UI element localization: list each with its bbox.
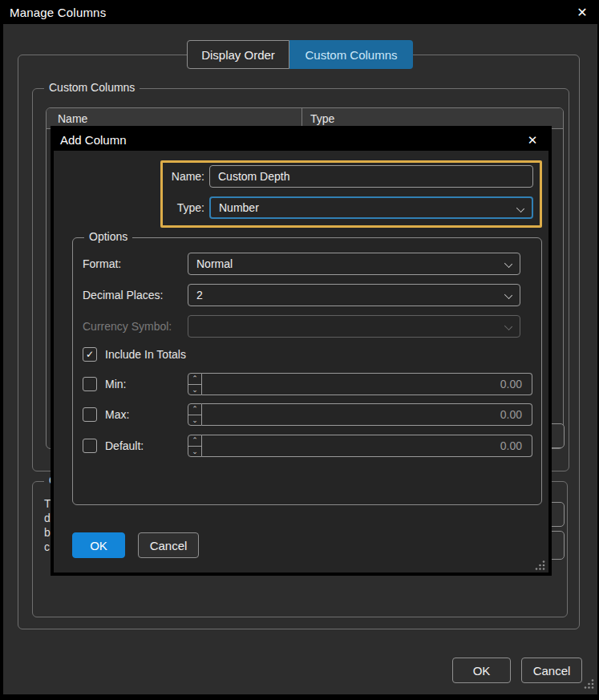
cancel-button-label: Cancel bbox=[533, 664, 571, 678]
max-value: 0.00 bbox=[500, 408, 522, 421]
dialog-title: Add Column bbox=[54, 133, 127, 147]
chevron-down-icon bbox=[516, 204, 524, 212]
tab-display-order[interactable]: Display Order bbox=[187, 40, 289, 69]
cancel-button[interactable]: Cancel bbox=[521, 658, 582, 683]
dialog-resize-grip[interactable] bbox=[534, 559, 546, 571]
dialog-cancel-label: Cancel bbox=[150, 539, 188, 552]
dialog-cancel-button[interactable]: Cancel bbox=[138, 532, 199, 558]
manage-columns-window: Manage Columns ✕ Display Order Custom Co… bbox=[0, 0, 599, 700]
chevron-up-icon: ⌃ bbox=[192, 406, 198, 412]
min-value-field[interactable]: 0.00 bbox=[202, 373, 532, 395]
decimal-places-label: Decimal Places: bbox=[83, 284, 163, 306]
max-spinner: ⌃ ⌄ bbox=[188, 403, 202, 426]
dialog-close-button[interactable]: ✕ bbox=[523, 131, 542, 149]
dialog-ok-label: OK bbox=[90, 539, 107, 552]
decimal-places-value: 2 bbox=[196, 289, 203, 301]
type-select-value: Number bbox=[219, 201, 259, 214]
include-in-totals-checkbox[interactable]: ✓ bbox=[83, 347, 97, 362]
max-label: Max: bbox=[105, 407, 129, 422]
column-header-name[interactable]: Name bbox=[47, 112, 302, 125]
add-column-dialog: Add Column ✕ Name: Type: Number Options … bbox=[51, 126, 552, 576]
window-titlebar: Manage Columns ✕ bbox=[0, 0, 599, 24]
currency-symbol-label: Currency Symbol: bbox=[83, 315, 172, 338]
options-group: Options Format: Normal Decimal Places: 2… bbox=[72, 237, 542, 505]
chevron-down-icon: ⌄ bbox=[192, 417, 198, 423]
chevron-up-icon: ⌃ bbox=[192, 437, 198, 443]
currency-symbol-select[interactable] bbox=[188, 315, 520, 338]
include-in-totals-label: Include In Totals bbox=[105, 347, 186, 362]
spin-up-button[interactable]: ⌃ bbox=[188, 374, 201, 385]
default-checkbox[interactable] bbox=[83, 439, 97, 453]
check-icon: ✓ bbox=[86, 349, 94, 360]
name-label: Name: bbox=[102, 165, 204, 188]
name-input[interactable] bbox=[209, 165, 533, 188]
chevron-down-icon bbox=[504, 322, 512, 330]
close-icon: ✕ bbox=[577, 5, 587, 20]
min-label: Min: bbox=[105, 377, 126, 391]
window-title: Manage Columns bbox=[0, 6, 106, 19]
ok-button-label: OK bbox=[473, 664, 491, 678]
spin-up-button[interactable]: ⌃ bbox=[188, 435, 201, 447]
chevron-up-icon: ⌃ bbox=[192, 375, 198, 382]
chevron-down-icon bbox=[504, 291, 512, 299]
default-label: Default: bbox=[105, 439, 144, 453]
spin-down-button[interactable]: ⌄ bbox=[188, 415, 201, 426]
custom-columns-group-label: Custom Columns bbox=[44, 81, 140, 94]
dialog-titlebar: Add Column ✕ bbox=[54, 129, 548, 151]
type-select[interactable]: Number bbox=[209, 196, 533, 219]
default-value-field[interactable]: 0.00 bbox=[202, 435, 532, 457]
min-spinner: ⌃ ⌄ bbox=[188, 373, 202, 395]
tab-label: Custom Columns bbox=[305, 48, 397, 62]
window-close-button[interactable]: ✕ bbox=[572, 2, 593, 22]
dialog-ok-button[interactable]: OK bbox=[72, 532, 125, 558]
type-label: Type: bbox=[102, 196, 204, 219]
tab-label: Display Order bbox=[201, 48, 275, 62]
min-value: 0.00 bbox=[500, 378, 522, 390]
spin-down-button[interactable]: ⌄ bbox=[188, 447, 201, 457]
spin-down-button[interactable]: ⌄ bbox=[188, 385, 201, 395]
chevron-down-icon bbox=[504, 260, 512, 268]
ok-button[interactable]: OK bbox=[452, 658, 511, 683]
format-label: Format: bbox=[83, 253, 121, 275]
min-checkbox[interactable] bbox=[83, 377, 97, 391]
format-select[interactable]: Normal bbox=[188, 253, 520, 275]
chevron-down-icon: ⌄ bbox=[192, 448, 198, 455]
tab-custom-columns[interactable]: Custom Columns bbox=[289, 40, 413, 69]
chevron-down-icon: ⌄ bbox=[192, 386, 198, 393]
default-value: 0.00 bbox=[500, 439, 522, 452]
format-select-value: Normal bbox=[196, 257, 233, 270]
default-spinner: ⌃ ⌄ bbox=[188, 435, 202, 457]
max-value-field[interactable]: 0.00 bbox=[202, 403, 532, 426]
max-checkbox[interactable] bbox=[83, 407, 97, 422]
options-group-label: Options bbox=[84, 230, 132, 243]
spin-up-button[interactable]: ⌃ bbox=[188, 404, 201, 415]
decimal-places-select[interactable]: 2 bbox=[188, 284, 520, 306]
close-icon: ✕ bbox=[528, 133, 538, 148]
window-resize-grip[interactable] bbox=[583, 678, 595, 690]
